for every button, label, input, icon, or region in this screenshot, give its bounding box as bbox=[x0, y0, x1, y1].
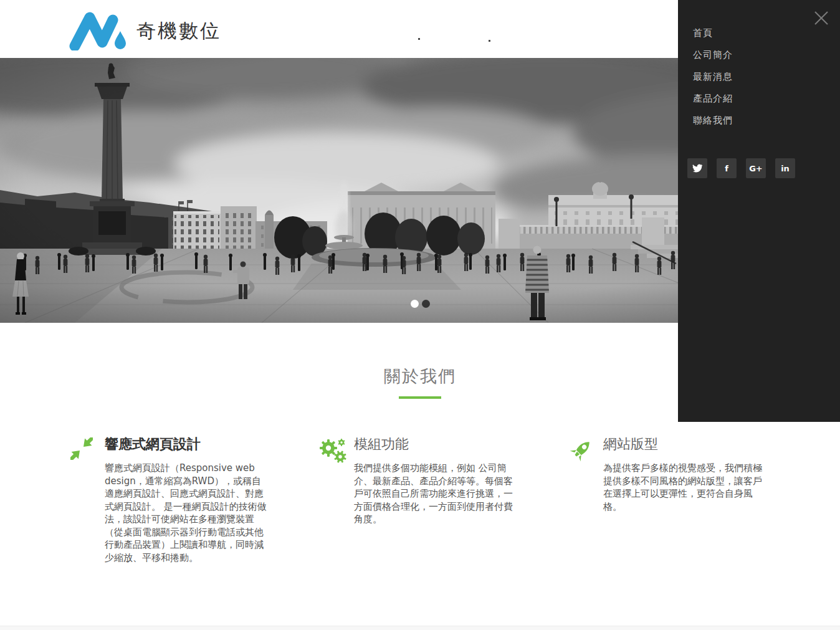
feature-body: 為提供客戶多樣的視覺感受，我們積極提供多樣不同風格的網站版型，讓客戶在選擇上可以… bbox=[603, 462, 768, 513]
title-underline bbox=[399, 396, 441, 399]
linkedin-button[interactable]: in bbox=[775, 158, 795, 178]
carousel-dot-2[interactable] bbox=[422, 300, 430, 308]
close-icon bbox=[812, 9, 831, 27]
menu-item-home[interactable]: 首頁 bbox=[693, 29, 840, 38]
logo-mark-icon bbox=[67, 9, 126, 53]
header-dot bbox=[489, 40, 490, 42]
twitter-icon bbox=[692, 163, 702, 173]
gears-icon bbox=[320, 435, 354, 466]
brand-logo[interactable]: 奇機數位 bbox=[67, 9, 221, 53]
linkedin-icon: in bbox=[781, 164, 790, 173]
rocket-icon bbox=[569, 435, 603, 465]
google-plus-icon: G+ bbox=[749, 164, 763, 173]
carousel-dot-1[interactable] bbox=[411, 300, 419, 308]
feature-title: 模組功能 bbox=[354, 435, 518, 454]
menu-item-products[interactable]: 產品介紹 bbox=[693, 94, 840, 103]
about-features: 響應式網頁設計 響應式網頁設計（Responsive web design，通常… bbox=[70, 435, 818, 564]
menu-close-button[interactable] bbox=[812, 9, 831, 27]
feature-body: 響應式網頁設計（Responsive web design，通常縮寫為RWD），… bbox=[105, 462, 269, 564]
twitter-button[interactable] bbox=[687, 158, 707, 178]
facebook-icon: f bbox=[725, 164, 728, 173]
feature-body: 我們提供多個功能模組，例如 公司簡介、最新產品、產品介紹等等。每個客戶可依照自己… bbox=[354, 462, 518, 526]
compress-icon bbox=[70, 435, 105, 462]
feature-responsive: 響應式網頁設計 響應式網頁設計（Responsive web design，通常… bbox=[70, 435, 320, 564]
menu-item-contact[interactable]: 聯絡我們 bbox=[693, 116, 840, 125]
google-plus-button[interactable]: G+ bbox=[746, 158, 766, 178]
feature-modules: 模組功能 我們提供多個功能模組，例如 公司簡介、最新產品、產品介紹等等。每個客戶… bbox=[320, 435, 569, 564]
menu-item-news[interactable]: 最新消息 bbox=[693, 72, 840, 82]
menu-item-company[interactable]: 公司簡介 bbox=[693, 50, 840, 60]
feature-title: 網站版型 bbox=[603, 435, 768, 454]
footer-strip bbox=[0, 626, 840, 630]
facebook-button[interactable]: f bbox=[717, 158, 737, 178]
header-dot bbox=[418, 38, 420, 40]
feature-title: 響應式網頁設計 bbox=[105, 435, 269, 454]
menu-panel: 首頁 公司簡介 最新消息 產品介紹 聯絡我們 f G+ in bbox=[678, 0, 840, 422]
feature-templates: 網站版型 為提供客戶多樣的視覺感受，我們積極提供多樣不同風格的網站版型，讓客戶在… bbox=[569, 435, 818, 564]
social-links: f G+ in bbox=[687, 158, 795, 178]
brand-name: 奇機數位 bbox=[136, 18, 221, 44]
